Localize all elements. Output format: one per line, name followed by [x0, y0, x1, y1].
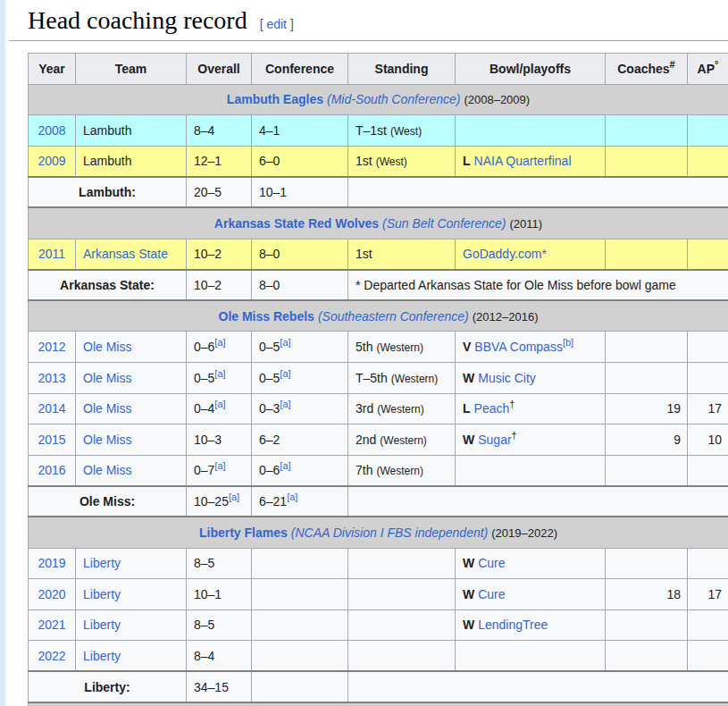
footnote-link[interactable]: [a]: [280, 399, 290, 410]
standing-cell: [348, 548, 456, 579]
footnote-link[interactable]: [a]: [229, 492, 239, 502]
edit-link[interactable]: edit: [266, 17, 287, 31]
total-overall-cell: 10–25[a]: [187, 486, 252, 517]
footnote-sup: [a]: [214, 368, 225, 379]
bowl-game-link[interactable]: Sugar: [478, 433, 511, 447]
team-cell: Ole Miss: [76, 424, 187, 456]
footnote-link[interactable]: [a]: [287, 492, 297, 502]
team-cell: Ole Miss: [76, 455, 187, 486]
year-link[interactable]: 2022: [38, 649, 65, 663]
standing-cell: T–5th(Western): [348, 362, 456, 393]
total-row: Lambuth:20–510–1: [29, 177, 728, 208]
section-conference-link[interactable]: (Mid-South Conference): [327, 92, 460, 106]
ap-rank-cell: 17: [688, 393, 728, 424]
article-content: Head coaching record[ edit ] Year Team O…: [9, 0, 728, 706]
total-label: Liberty:: [84, 680, 130, 694]
footnote-link[interactable]: [a]: [280, 337, 290, 348]
team-link[interactable]: Ole Miss: [83, 463, 131, 477]
team-cell: Liberty: [76, 641, 187, 672]
team-link[interactable]: Ole Miss: [83, 371, 131, 385]
year-link[interactable]: 2012: [38, 340, 65, 354]
year-link[interactable]: 2020: [38, 587, 65, 601]
coaches-rank: 9: [674, 433, 681, 447]
section-team-link[interactable]: Arkansas State Red Wolves: [214, 216, 379, 231]
team-link[interactable]: Liberty: [83, 649, 121, 663]
standing-cell: 1st: [348, 239, 456, 270]
column-header-ap: AP°: [688, 54, 728, 85]
bowl-game-link[interactable]: Cure: [478, 556, 505, 570]
team-link[interactable]: Arkansas State: [83, 247, 168, 261]
conference-record-cell: 0–5[a]: [252, 332, 348, 363]
footnote-sup: [a]: [280, 399, 290, 410]
bowl-game-link[interactable]: Peach: [474, 401, 510, 416]
bowl-cell: [456, 115, 606, 147]
bowl-game-link[interactable]: LendingTree: [478, 618, 548, 632]
year-link[interactable]: 2021: [38, 618, 65, 632]
total-label-cell: Lambuth:: [29, 177, 187, 208]
team-link[interactable]: Ole Miss: [83, 340, 131, 354]
bowl-cell: [456, 455, 606, 486]
total-label-cell: Arkansas State:: [29, 270, 187, 301]
section-years: (2008–2009): [464, 93, 530, 106]
section-team-link[interactable]: Lambuth Eagles: [227, 92, 323, 106]
year-link[interactable]: 2015: [38, 433, 65, 447]
total-label: Ole Miss:: [79, 494, 135, 508]
coaches-rank-cell: 18: [606, 579, 688, 610]
total-conference-cell: [252, 671, 348, 702]
bowl-game-link[interactable]: GoDaddy.com*: [463, 247, 547, 261]
footnote-link[interactable]: [a]: [214, 368, 225, 379]
section-conference-link[interactable]: (Southeastern Conference): [318, 309, 469, 324]
overall-record-cell: 10–3: [187, 424, 252, 456]
total-label-cell: Liberty:: [29, 671, 187, 702]
column-header-team: Team: [76, 54, 187, 85]
year-cell: 2021: [29, 609, 76, 641]
standing-division-note: (Western): [376, 465, 423, 477]
season-row: 2016Ole Miss0–7[a]0–6[a]7th(Western): [29, 455, 728, 486]
year-link[interactable]: 2011: [38, 247, 65, 261]
footnote-link[interactable]: [a]: [280, 461, 290, 472]
section-years: (2012–2016): [473, 310, 539, 324]
team-link[interactable]: Liberty: [83, 587, 121, 601]
team-cell: Ole Miss: [76, 332, 187, 363]
overall-record-cell: 0–4[a]: [187, 393, 252, 424]
bowl-game-link[interactable]: BBVA Compass: [474, 340, 563, 354]
year-link[interactable]: 2009: [38, 154, 65, 168]
bowl-game-link[interactable]: Music City: [478, 371, 536, 385]
conference-record: 6–0: [259, 154, 280, 168]
year-link[interactable]: 2013: [38, 371, 65, 385]
section-heading: Head coaching record[ edit ]: [9, 0, 728, 41]
team-link[interactable]: Ole Miss: [83, 433, 131, 447]
ap-rank-cell: [688, 641, 728, 672]
year-link[interactable]: 2019: [38, 556, 65, 570]
standing-cell: 5th(Western): [348, 332, 456, 363]
conference-record-cell: 0–5[a]: [252, 362, 348, 393]
year-cell: 2019: [29, 548, 76, 579]
year-cell: 2011: [29, 239, 76, 270]
bowl-cell: VBBVA Compass[b]: [456, 332, 606, 363]
team-link[interactable]: Ole Miss: [83, 401, 131, 416]
total-overall-cell: 34–15: [187, 671, 252, 702]
section-team-link[interactable]: Liberty Flames: [199, 525, 288, 540]
year-link[interactable]: 2014: [38, 401, 65, 416]
bowl-game-link[interactable]: Cure: [478, 587, 505, 601]
page-left-gutter: [0, 0, 5, 706]
footnote-link[interactable]: [a]: [280, 368, 290, 379]
footnote-sup: [a]: [214, 461, 225, 472]
bowl-game-link[interactable]: NAIA Quarterfinal: [474, 154, 572, 168]
footnote-link[interactable]: [a]: [214, 337, 225, 348]
footnote-link[interactable]: [b]: [563, 337, 573, 348]
footnote-link[interactable]: [a]: [214, 461, 225, 472]
team-link[interactable]: Liberty: [83, 618, 121, 632]
standing-value: 2nd: [356, 433, 376, 447]
year-link[interactable]: 2008: [38, 123, 65, 138]
team-link[interactable]: Liberty: [83, 556, 121, 570]
section-conference-link[interactable]: (Sun Belt Conference): [382, 216, 506, 231]
page-title: Head coaching record: [28, 6, 247, 34]
section-team-link[interactable]: Ole Miss Rebels: [219, 309, 314, 324]
team-cell: Liberty: [76, 548, 187, 579]
footnote-link[interactable]: [a]: [214, 399, 225, 410]
section-header-row: Arkansas State Red Wolves(Sun Belt Confe…: [29, 207, 728, 239]
section-header-row: Ole Miss Rebels(Southeastern Conference)…: [29, 300, 728, 332]
section-conference-link[interactable]: (NCAA Division I FBS independent): [291, 525, 488, 540]
year-link[interactable]: 2016: [38, 463, 65, 477]
